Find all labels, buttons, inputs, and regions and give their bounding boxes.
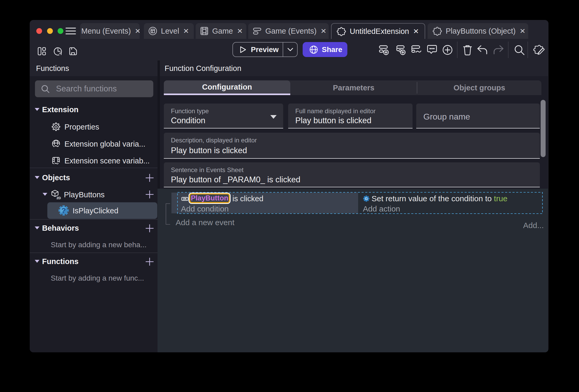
svg-text:2D: 2D <box>57 196 61 200</box>
svg-text:?: ? <box>62 207 66 215</box>
svg-text:G: G <box>365 197 368 201</box>
